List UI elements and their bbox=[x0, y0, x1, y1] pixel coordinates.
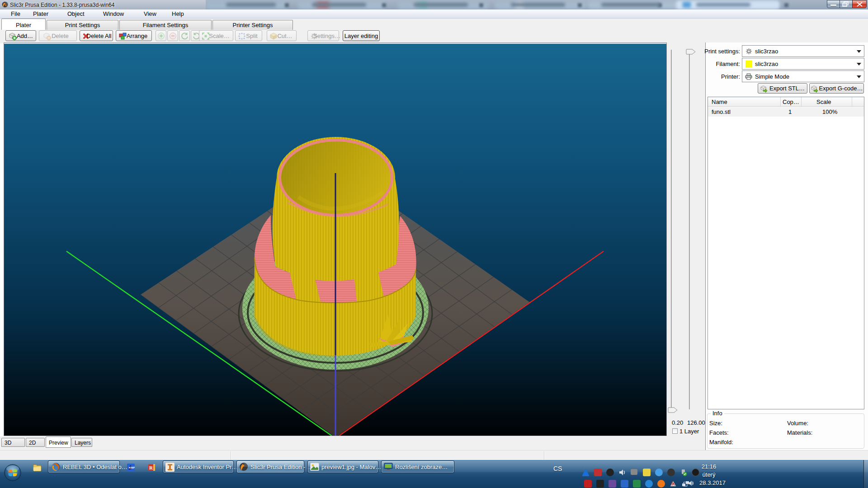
svg-text:KMP: KMP bbox=[129, 466, 135, 469]
svg-text:R: R bbox=[149, 465, 153, 470]
